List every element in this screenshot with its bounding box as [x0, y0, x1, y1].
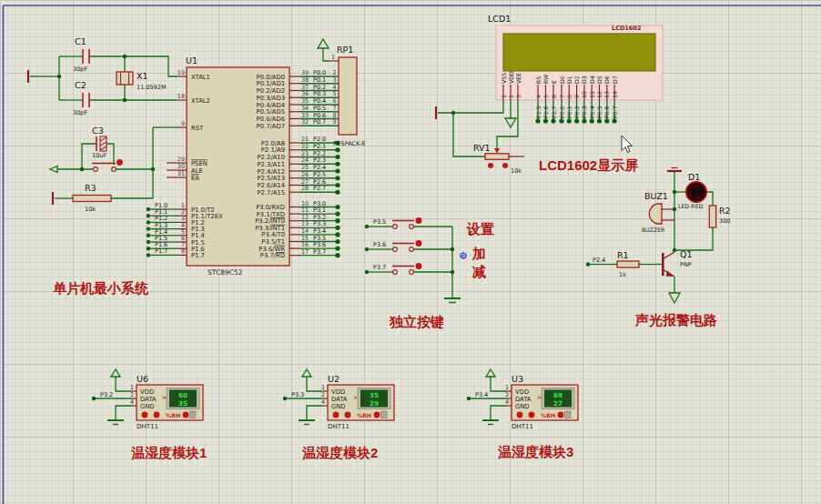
dht-icon	[565, 411, 572, 418]
c2-ref-label: C2	[75, 80, 86, 90]
proteus-schematic-sheet: C1 30pF C2 30pF X1 11.0592M	[0, 0, 821, 504]
c3-ref-label: C3	[92, 126, 104, 136]
wire[interactable]	[323, 52, 329, 61]
junction-dot	[123, 55, 127, 58]
humidity-value: 35	[370, 391, 379, 399]
net-dot	[335, 190, 340, 195]
net-label: P2.7	[313, 185, 326, 192]
lcd-pin[interactable]: RW 5 P2.6	[542, 75, 550, 124]
net-dot	[92, 397, 96, 400]
alarm-circuit[interactable]: D1 LED-RED BUZ1 BUZZER R2 300 Q1 PNP	[586, 168, 731, 304]
pin-number: 1	[321, 384, 325, 391]
net-dot	[335, 147, 340, 152]
pin-name: VEE	[515, 73, 522, 84]
d1-value-label: LED-RED	[678, 203, 704, 209]
dht11-module-1[interactable]: P3.2 1 2 4 U6 VDD DATA GND > 60 35 %RH D…	[92, 369, 203, 430]
r3-ref-label: R3	[85, 183, 96, 193]
transistor-base-bar	[662, 253, 664, 276]
button-terminal	[393, 270, 398, 275]
pot-dot	[488, 163, 493, 168]
pin-number: 14	[612, 91, 619, 98]
net-dot	[604, 118, 609, 123]
key-circuit[interactable]: P3.5 P3.6 P3.7	[365, 217, 467, 302]
net-dot	[335, 247, 340, 251]
capacitor-c1[interactable]: C1 30pF	[73, 36, 89, 73]
q1-ref-label: Q1	[680, 249, 693, 259]
push-button-row[interactable]: P3.6	[365, 240, 452, 251]
pin-name: D7	[612, 76, 618, 84]
wire[interactable]	[307, 377, 322, 391]
button-terminal	[410, 247, 414, 252]
net-dot	[335, 212, 340, 217]
humidity-value: 69	[553, 391, 563, 399]
pin-name-gnd: GND	[515, 403, 530, 410]
button-actuator-dot[interactable]	[416, 217, 422, 224]
junction-dot	[451, 270, 454, 274]
pin-number: 5	[542, 95, 550, 98]
pin-name-data: DATA	[140, 396, 157, 403]
net-label: P2.6	[542, 106, 549, 118]
net-dot	[567, 118, 572, 123]
resistor-r3[interactable]: R3 10k	[53, 183, 153, 213]
reset-circuit[interactable]: C3 10uF R3 10k	[50, 126, 177, 213]
crystal-circuit[interactable]: C1 30pF C2 30pF X1 11.0592M	[28, 36, 177, 116]
button-actuator-dot[interactable]	[416, 240, 422, 247]
net-label: P0.7	[612, 106, 618, 118]
potentiometer-rv1[interactable]: RV1 10k	[473, 143, 524, 175]
crystal-x1[interactable]: X1 11.0592M	[117, 71, 167, 91]
q1-value-label: PNP	[680, 261, 692, 268]
dht-indicator-dot	[333, 412, 340, 418]
mcu-u1[interactable]: U1 STC89C52 19 XTAL1 18 XTAL2 9 RST 29 P…	[147, 55, 340, 277]
dht11-module-2[interactable]: P3.3 1 2 4 U2 VDD DATA GND > 35 29 %RH D…	[283, 369, 394, 430]
led-d1[interactable]: D1 LED-RED	[674, 172, 706, 209]
caption-dht1: 温湿度模块1	[130, 445, 207, 460]
button-terminal	[393, 225, 398, 229]
capacitor-c3[interactable]: C3 10uF	[80, 126, 114, 171]
wire[interactable]	[116, 377, 131, 391]
resistor-r1[interactable]: P2.4 R1 1k	[586, 250, 662, 278]
temperature-value: 29	[370, 399, 379, 408]
button-actuator-dot[interactable]	[117, 159, 123, 166]
pin-number: 19	[177, 69, 185, 76]
wire[interactable]	[307, 406, 322, 419]
ground-terminal	[107, 420, 124, 425]
pot-wiper-arrow	[494, 148, 500, 154]
c2-value-label: 30pF	[73, 109, 87, 116]
capacitor-c2[interactable]: C2 30pF	[73, 80, 89, 116]
pin-number: 1	[505, 384, 509, 391]
net-dot	[574, 118, 579, 123]
dht11-module-3[interactable]: P3.4 1 2 4 U3 VDD DATA GND > 69 27 %RH D…	[467, 369, 578, 430]
pin-number: 2	[130, 391, 134, 398]
button-terminal	[393, 247, 398, 252]
net-dot	[335, 226, 340, 230]
lcd-screen	[503, 34, 655, 71]
pin-number: 4	[535, 95, 542, 98]
respack-body[interactable]	[339, 57, 357, 135]
wire[interactable]	[491, 377, 506, 391]
pin-name: P0.7/AD7	[257, 123, 285, 130]
power-down-arrow-terminal	[505, 118, 516, 127]
wire[interactable]	[491, 406, 506, 419]
ground-terminal	[444, 298, 461, 303]
net-dot	[335, 176, 340, 180]
buzzer-buz1[interactable]: BUZ1 BUZZER	[642, 191, 674, 233]
schematic-canvas: C1 30pF C2 30pF X1 11.0592M	[0, 0, 821, 504]
transistor-q1[interactable]: Q1 PNP	[662, 249, 693, 303]
junction-dot	[123, 98, 127, 102]
pin-number: 9	[573, 95, 581, 98]
pin-number: 12	[596, 91, 603, 98]
power-up-arrow-terminal	[486, 369, 495, 377]
power-bar-terminal	[667, 168, 682, 172]
push-button-row[interactable]: P3.5	[365, 217, 452, 228]
pin-name: RST	[191, 125, 204, 132]
net-label: P0.2	[573, 106, 580, 118]
x1-value-label: 11.0592M	[137, 84, 167, 91]
net-label: P3.6	[373, 241, 386, 248]
wire[interactable]	[116, 406, 131, 419]
rh-label: %RH	[541, 412, 555, 418]
dht-indicator-dot	[558, 412, 564, 418]
push-button-row[interactable]: P3.7	[365, 263, 452, 274]
pin-name: VSS	[501, 73, 507, 84]
button-actuator-dot[interactable]	[416, 263, 422, 269]
pin-number: 29	[177, 156, 185, 163]
